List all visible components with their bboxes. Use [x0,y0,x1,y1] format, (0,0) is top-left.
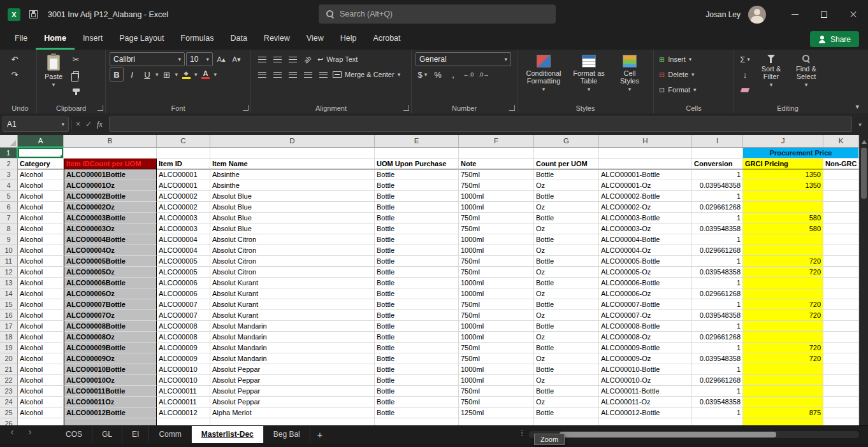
cell[interactable] [743,321,823,332]
cell[interactable] [210,148,375,159]
cell[interactable]: Absolut Blue [210,202,375,213]
cell[interactable]: ALCO00002Bottle [64,191,157,202]
cell[interactable]: 750ml [459,353,534,364]
cell[interactable]: ALCO00005-Oz [599,267,692,278]
ribbon-tab-home[interactable]: Home [36,29,75,50]
cell[interactable] [64,148,157,159]
cell[interactable] [459,418,534,425]
cell[interactable]: 1000ml [459,278,534,288]
row-header-7[interactable]: 7 [0,213,18,223]
row-header-18[interactable]: 18 [0,332,18,343]
cell[interactable]: ALCO00002-Bottle [599,191,692,202]
column-header-k[interactable]: K [823,135,859,148]
cell[interactable]: 1 [692,191,743,202]
cell[interactable]: Oz [534,332,599,343]
cell[interactable] [743,364,823,375]
delete-cells-button[interactable]: ⊟ Delete ▾ [658,67,730,82]
cell[interactable]: Alcohol [18,256,64,267]
cell[interactable] [823,321,859,332]
cell[interactable]: ALCO00011-Oz [599,397,692,408]
cell[interactable]: Alcohol [18,191,64,202]
cell[interactable]: Bottle [534,299,599,310]
cell[interactable]: Absolut Kurant [210,288,375,299]
header-cell[interactable]: Item Name [210,159,375,169]
cell[interactable]: ALCO00012 [157,408,210,418]
cell[interactable]: Alcohol [18,169,64,180]
header-cell[interactable]: Non-GRC [823,159,859,169]
cell[interactable]: ALCO00008-Bottle [599,321,692,332]
cell[interactable]: Alcohol [18,332,64,343]
cell[interactable]: 720 [743,310,823,321]
cell[interactable]: Alcohol [18,310,64,321]
row-header-20[interactable]: 20 [0,353,18,364]
column-header-g[interactable]: G [534,135,599,148]
alignment-dialog-launcher-icon[interactable] [403,105,409,111]
cell[interactable]: Oz [534,397,599,408]
cell[interactable]: 1 [692,299,743,310]
increase-decimal-button[interactable]: ←.0 [461,67,475,82]
font-dialog-launcher-icon[interactable] [243,105,249,111]
cell[interactable]: ALCO00010-Bottle [599,364,692,375]
cell[interactable]: 1 [692,364,743,375]
cell[interactable]: Bottle [534,321,599,332]
number-dialog-launcher-icon[interactable] [509,105,515,111]
cell[interactable]: Bottle [534,408,599,418]
cell[interactable]: ALCO00012Bottle [64,408,157,418]
cell[interactable]: Absolut Blue [210,223,375,234]
cell[interactable]: ALCO00009 [157,343,210,353]
cell[interactable]: ALCO00009Oz [64,353,157,364]
cell[interactable]: 750ml [459,343,534,353]
cell[interactable]: ALCO00007Bottle [64,299,157,310]
column-header-a[interactable]: A [18,135,64,148]
cell[interactable]: 1 [692,408,743,418]
underline-button[interactable]: U [140,67,154,82]
cell[interactable] [459,148,534,159]
ribbon-tab-data[interactable]: Data [222,29,255,50]
cell[interactable]: 750ml [459,223,534,234]
column-header-e[interactable]: E [375,135,459,148]
cell[interactable]: 1000ml [459,288,534,299]
horizontal-scrollbar-thumb[interactable] [560,432,776,437]
cell[interactable]: ALCO00005Oz [64,267,157,278]
copy-button[interactable] [69,67,83,82]
cell[interactable]: Oz [534,245,599,256]
cell[interactable]: Absolut Mandarin [210,321,375,332]
cell[interactable]: Oz [534,180,599,191]
row-header-5[interactable]: 5 [0,191,18,202]
cell[interactable]: ALCO00004Oz [64,245,157,256]
cell[interactable]: Bottle [375,234,459,245]
cell[interactable]: ALCO00002 [157,202,210,213]
cell[interactable]: ALCO00004Bottle [64,234,157,245]
orientation-button[interactable]: ab [301,52,315,66]
sheet-tab-gl[interactable]: GL [92,426,122,443]
row-header-12[interactable]: 12 [0,267,18,278]
cell[interactable]: 750ml [459,180,534,191]
cell[interactable]: ALCO00003 [157,213,210,223]
row-header-22[interactable]: 22 [0,375,18,386]
increase-indent-button[interactable] [316,67,330,82]
cell[interactable]: 750ml [459,299,534,310]
cell[interactable]: Bottle [375,364,459,375]
column-header-j[interactable]: J [743,135,823,148]
format-cells-button[interactable]: ⊡ Format ▾ [658,83,730,97]
cell[interactable]: ALCO00006Oz [64,288,157,299]
cancel-icon[interactable]: × [76,120,80,129]
minimize-button[interactable] [780,0,809,29]
cell[interactable] [534,418,599,425]
cell[interactable]: ALCO00008-Oz [599,332,692,343]
cell[interactable]: ALCO00006-Oz [599,288,692,299]
cell[interactable]: 1 [692,343,743,353]
cell[interactable]: ALCO00003-Bottle [599,213,692,223]
cell[interactable] [823,245,859,256]
row-header-9[interactable]: 9 [0,234,18,245]
cell[interactable] [599,148,692,159]
cell[interactable]: ALCO00008Bottle [64,321,157,332]
row-header-10[interactable]: 10 [0,245,18,256]
cell[interactable]: 0.039548358 [692,223,743,234]
cell[interactable] [599,418,692,425]
cell[interactable]: ALCO00009 [157,353,210,364]
cell[interactable] [823,364,859,375]
cell[interactable]: 1000ml [459,375,534,386]
increase-font-size-button[interactable]: A▴ [214,52,228,66]
sheet-tab-beg-bal[interactable]: Beg Bal [264,426,310,443]
